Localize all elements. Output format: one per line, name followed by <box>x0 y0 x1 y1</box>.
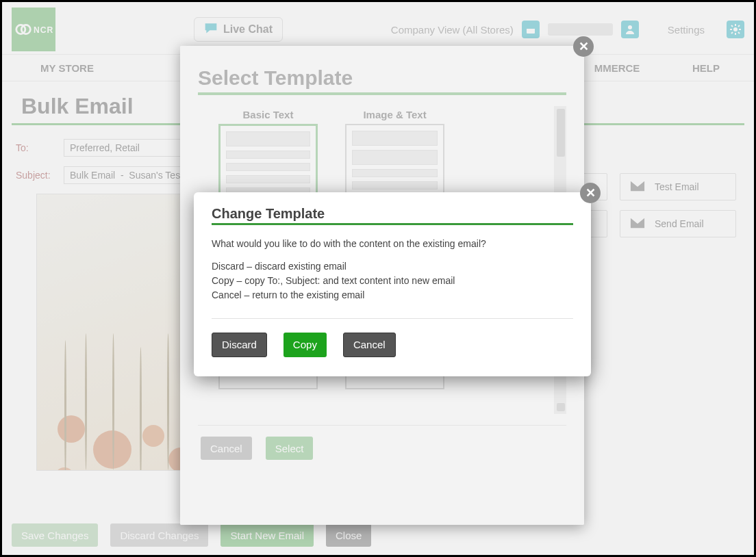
close-icon[interactable]: ✕ <box>580 183 601 203</box>
mail-icon <box>630 217 645 231</box>
save-changes-button[interactable]: Save Changes <box>12 523 98 547</box>
svg-line-13 <box>738 25 740 27</box>
svg-point-5 <box>628 25 632 29</box>
svg-text:NCR: NCR <box>34 25 53 35</box>
mail-icon <box>630 180 645 194</box>
svg-line-14 <box>731 32 733 34</box>
svg-rect-4 <box>527 27 535 29</box>
live-chat-button[interactable]: Live Chat <box>194 17 283 42</box>
change-template-prompt: What would you like to do with the conte… <box>212 237 573 250</box>
start-new-email-button[interactable]: Start New Email <box>220 523 314 547</box>
svg-line-11 <box>731 25 733 27</box>
change-template-title: Change Template <box>212 206 573 222</box>
nav-help[interactable]: HELP <box>658 62 754 74</box>
change-template-modal: ✕ Change Template What would you like to… <box>194 192 591 376</box>
template-label: Basic Text <box>218 109 318 124</box>
nav-my-store[interactable]: MY STORE <box>2 62 132 74</box>
template-select-button[interactable]: Select <box>266 437 314 460</box>
live-chat-label: Live Chat <box>223 23 273 36</box>
close-icon[interactable]: ✕ <box>573 36 594 57</box>
store-icon[interactable] <box>522 21 540 38</box>
copy-button[interactable]: Copy <box>284 333 327 357</box>
test-email-button[interactable]: Test Email <box>620 173 736 200</box>
user-icon[interactable] <box>621 21 639 38</box>
user-name-placeholder <box>548 23 613 36</box>
discard-changes-button[interactable]: Discard Changes <box>110 523 208 547</box>
gear-icon[interactable] <box>727 21 744 38</box>
nav-commerce-partial[interactable]: MMERCE <box>576 62 658 74</box>
select-template-title: Select Template <box>198 66 566 90</box>
settings-link[interactable]: Settings <box>668 24 705 36</box>
change-template-line2: Copy – copy To:, Subject: and text conte… <box>212 274 573 287</box>
svg-line-12 <box>738 32 740 34</box>
brand-logo: NCR <box>12 8 55 51</box>
to-label: To: <box>16 142 64 153</box>
change-template-line3: Cancel – return to the existing email <box>212 289 573 302</box>
svg-point-6 <box>733 27 738 31</box>
template-label: Image & Text <box>345 109 444 124</box>
template-cancel-button[interactable]: Cancel <box>201 437 252 460</box>
change-template-line1: Discard – discard existing email <box>212 260 573 273</box>
discard-button[interactable]: Discard <box>212 333 267 357</box>
company-view-label[interactable]: Company View (All Stores) <box>391 24 514 36</box>
subject-label: Subject: <box>16 170 64 181</box>
send-email-button[interactable]: Send Email <box>620 210 736 237</box>
cancel-button[interactable]: Cancel <box>343 333 396 357</box>
chat-icon <box>204 22 218 37</box>
close-button[interactable]: Close <box>326 523 371 547</box>
test-email-label: Test Email <box>655 181 699 192</box>
send-email-label: Send Email <box>655 218 704 229</box>
